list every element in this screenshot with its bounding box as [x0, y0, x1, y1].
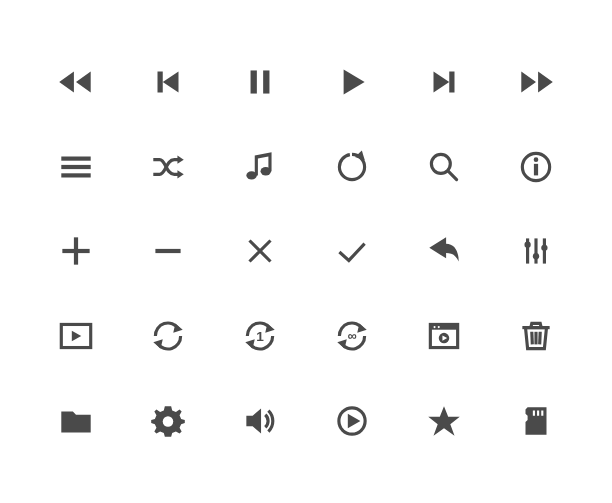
svg-rect-4 [61, 156, 90, 160]
svg-rect-1 [251, 71, 257, 94]
sd-card-icon[interactable] [490, 378, 582, 463]
svg-rect-5 [61, 165, 90, 169]
svg-point-7 [246, 171, 257, 179]
svg-point-13 [534, 157, 539, 162]
svg-rect-3 [449, 72, 454, 93]
previous-icon[interactable] [122, 40, 214, 125]
svg-point-35 [163, 416, 174, 427]
repeat-icon[interactable] [122, 294, 214, 379]
svg-rect-40 [541, 410, 543, 415]
folder-icon[interactable] [30, 378, 122, 463]
reply-icon[interactable] [398, 209, 490, 294]
check-icon[interactable] [306, 209, 398, 294]
svg-line-32 [532, 332, 533, 345]
trash-icon[interactable] [490, 294, 582, 379]
fast-forward-icon[interactable] [490, 40, 582, 125]
svg-rect-12 [534, 164, 538, 176]
info-icon[interactable] [490, 125, 582, 210]
svg-rect-6 [61, 173, 90, 177]
svg-point-20 [524, 242, 530, 248]
plus-icon[interactable] [30, 209, 122, 294]
equalizer-icon[interactable] [490, 209, 582, 294]
svg-point-8 [261, 167, 272, 175]
svg-point-22 [541, 245, 547, 251]
refresh-icon[interactable] [306, 125, 398, 210]
menu-icon[interactable] [30, 125, 122, 210]
shuffle-icon[interactable] [122, 125, 214, 210]
pause-icon[interactable] [214, 40, 306, 125]
minus-icon[interactable] [122, 209, 214, 294]
video-player-icon[interactable] [398, 294, 490, 379]
svg-rect-0 [158, 72, 163, 93]
star-icon[interactable] [398, 378, 490, 463]
play-icon[interactable] [306, 40, 398, 125]
svg-rect-39 [537, 410, 539, 415]
repeat-infinite-icon[interactable]: ∞ [306, 294, 398, 379]
svg-text:∞: ∞ [348, 329, 357, 343]
svg-point-28 [434, 326, 436, 328]
svg-rect-15 [62, 249, 89, 253]
svg-rect-2 [263, 71, 269, 94]
repeat-one-icon[interactable]: 1 [214, 294, 306, 379]
play-circle-icon[interactable] [306, 378, 398, 463]
svg-point-29 [438, 326, 440, 328]
next-icon[interactable] [398, 40, 490, 125]
settings-icon[interactable] [122, 378, 214, 463]
rewind-icon[interactable] [30, 40, 122, 125]
svg-rect-16 [155, 249, 180, 253]
svg-line-10 [448, 171, 456, 179]
volume-icon[interactable] [214, 378, 306, 463]
video-playlist-icon[interactable] [30, 294, 122, 379]
svg-rect-38 [533, 410, 535, 415]
search-icon[interactable] [398, 125, 490, 210]
svg-point-21 [533, 254, 539, 260]
close-icon[interactable] [214, 209, 306, 294]
svg-line-34 [540, 332, 541, 345]
music-note-icon[interactable] [214, 125, 306, 210]
media-icon-grid: 1 ∞ [0, 0, 612, 503]
svg-text:1: 1 [256, 329, 264, 344]
